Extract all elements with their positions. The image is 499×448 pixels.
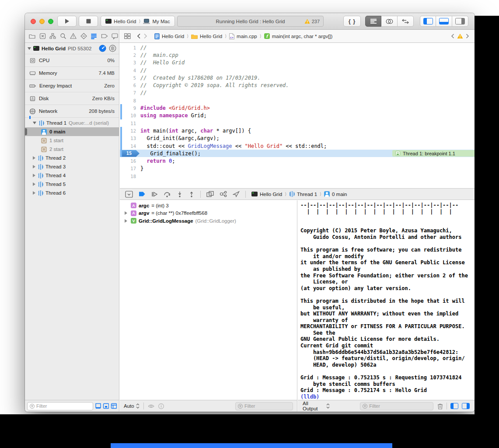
code-line[interactable]: 16 return 0; [120,157,475,164]
line-number[interactable]: 4 [120,68,136,73]
thread-row-1[interactable]: Thread 1 Queue:...d (serial) [25,119,119,127]
line-number[interactable]: 16 [120,158,136,164]
toggle-debug-area-button[interactable] [436,16,452,27]
clear-console-button[interactable] [437,403,443,410]
variable-row[interactable]: A argc = (int) 3 [120,202,297,210]
gauge-row-network[interactable]: Network 208 bytes/s [25,105,119,117]
gauge-row-cpu[interactable]: CPU 0% [25,54,119,66]
related-items-icon[interactable] [124,33,131,39]
navigator-filter-field[interactable] [27,402,93,410]
warning-icon[interactable] [457,33,463,39]
disclosure-closed-icon[interactable] [33,165,35,168]
minimize-button[interactable] [39,19,45,24]
stack-frame-row-selected[interactable]: 0 main [25,127,119,136]
code-line[interactable]: 10using namespace Grid; [120,112,475,119]
variable-row[interactable]: V Grid::GridLogMessage (Grid::GridLogger… [120,217,297,225]
assistant-editor-button[interactable] [381,16,398,27]
step-out-button[interactable] [188,191,195,197]
version-editor-button[interactable] [398,16,414,27]
stack-frame-row[interactable]: 1 start [25,136,119,145]
console-filter-field[interactable] [360,402,433,410]
variables-filter-field[interactable] [235,402,293,410]
line-number[interactable]: 3 [120,60,136,65]
crumb-group[interactable]: Hello Grid [200,34,222,39]
gauge-icon[interactable] [99,45,106,52]
gauge-row-energy[interactable]: Energy Impact Zero [25,79,119,92]
line-number[interactable]: 7 [120,90,136,95]
code-line[interactable]: 6// Copyright © 2019 sopa. All rights re… [120,81,475,89]
source-control-navigator-icon[interactable] [39,33,46,39]
code-review-button[interactable]: { } [343,16,361,27]
quick-look-eye-icon[interactable] [148,404,154,409]
code-line[interactable]: 9#include <Grid/Grid.h> [120,104,475,112]
variable-row[interactable]: A argv = (char **) 0x7ffeefbff568 [120,210,297,217]
code-line[interactable]: 14 std::cout << GridLogMessage << "Hello… [120,142,475,150]
disclosure-closed-icon[interactable] [125,211,127,215]
step-into-button[interactable] [177,191,183,197]
show-console-view-button[interactable] [462,403,470,409]
process-row[interactable]: Hello Grid PID 55302 [25,43,119,54]
continue-button[interactable] [151,191,158,197]
line-number[interactable]: 11 [120,121,136,126]
code-line[interactable]: 17} [120,165,475,172]
hide-debug-area-button[interactable] [125,191,133,198]
gauge-row-memory[interactable]: Memory 7.4 MB [25,66,119,79]
simulate-location-button[interactable] [233,191,240,197]
debug-navigator-icon[interactable] [91,33,97,39]
line-number[interactable]: 8 [120,98,136,103]
filter-scope-state-icon[interactable] [111,403,117,409]
crumb-frame[interactable]: 0 main [332,192,347,197]
thread-row-3[interactable]: Thread 3 [25,162,119,171]
crumb-process[interactable]: Hello Grid [260,192,282,197]
line-number[interactable]: 2 [120,52,136,58]
disclosure-closed-icon[interactable] [33,174,35,177]
console-output[interactable]: --|--|--|--|--|--|--|--|--|--|--|--|--|-… [298,200,475,400]
variables-view[interactable]: A argc = (int) 3 A argv = (char **) 0x7f… [120,200,297,400]
warning-badge[interactable]: 237 [304,16,320,26]
stack-frame-row[interactable]: 2 start [25,145,119,154]
forward-button[interactable] [143,33,147,39]
breakpoint-navigator-icon[interactable] [101,33,108,39]
disclosure-closed-icon[interactable] [33,182,35,186]
find-navigator-icon[interactable] [60,33,66,39]
line-number[interactable]: 5 [120,75,136,80]
scheme-selector[interactable]: Hello Grid ⟩ My Mac [101,16,175,27]
line-number[interactable]: 9 [120,105,136,111]
code-line[interactable]: 1// [120,44,475,51]
stop-button[interactable] [79,16,98,27]
thread-row-6[interactable]: Thread 6 [25,189,119,197]
titlebar[interactable]: Hello Grid ⟩ My Mac Running Hello Grid :… [25,13,475,30]
console-scope-popup[interactable]: All Output [303,401,330,411]
view-process-by-thread-icon[interactable] [109,45,116,52]
line-number[interactable]: 1 [120,45,136,50]
symbol-navigator-icon[interactable] [49,33,56,39]
gauge-row-disk[interactable]: Disk Zero KB/s [25,92,119,105]
console-filter-input[interactable] [367,403,433,409]
thread-row-2[interactable]: Thread 2 [25,154,119,162]
code-line[interactable]: 5// Created by s1786208 on 17/03/2019. [120,74,475,81]
disclosure-closed-icon[interactable] [33,156,35,160]
previous-issue-button[interactable] [451,34,454,38]
breakpoint-line-indicator[interactable]: 15 [122,150,140,157]
zoom-button[interactable] [48,19,53,24]
code-line[interactable]: 13 Grid_init(&argc,&argv); [120,135,475,142]
thread-row-5[interactable]: Thread 5 [25,180,119,189]
code-line[interactable]: 8 [120,97,475,104]
activity-viewer[interactable]: Running Hello Grid : Hello Grid 237 [177,16,324,27]
close-button[interactable] [31,19,36,24]
disclosure-closed-icon[interactable] [33,191,35,195]
breakpoint-badge[interactable]: Thread 1: breakpoint 1.1 [392,150,475,157]
breakpoints-toggle-button[interactable] [139,191,146,197]
code-line[interactable]: 7// [120,89,475,97]
issue-navigator-icon[interactable] [70,33,77,39]
code-line-current[interactable]: 15 Grid_finalize(); Thread 1: breakpoint… [120,150,475,157]
crumb-file[interactable]: main.cpp [237,34,257,39]
code-line[interactable]: 18 [120,172,475,180]
disclosure-open-icon[interactable] [33,122,36,124]
back-button[interactable] [137,33,141,39]
code-line[interactable]: 4// [120,66,475,74]
filter-scope-queues-icon[interactable] [95,403,101,409]
variables-scope-popup[interactable]: Auto [124,403,140,409]
standard-editor-button[interactable] [365,16,381,27]
variables-filter-input[interactable] [243,403,293,409]
